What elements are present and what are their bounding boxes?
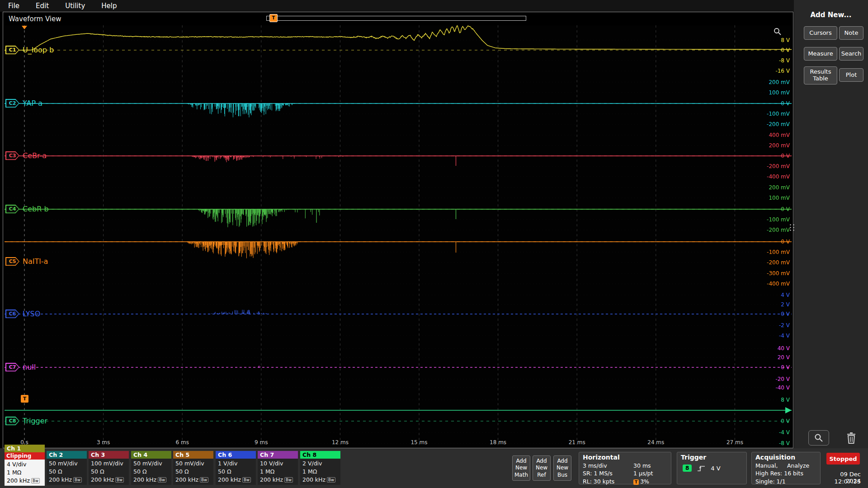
channel-name-c1[interactable]: U_loop b <box>23 46 54 54</box>
svg-text:27 ms: 27 ms <box>726 439 743 446</box>
horizontal-title: Horizontal <box>579 452 671 462</box>
channel-panel-4[interactable]: Ch 450 mV/div50 Ω200 kHzBw <box>131 451 171 485</box>
menu-help[interactable]: Help <box>101 2 117 10</box>
svg-text:8 V: 8 V <box>781 397 790 403</box>
svg-text:-100 mV: -100 mV <box>767 249 790 255</box>
svg-text:200 mV: 200 mV <box>769 142 790 149</box>
svg-text:0 V: 0 V <box>781 100 790 107</box>
add-new-bus-button[interactable]: AddNewBus <box>553 455 571 481</box>
trigger-source-marker[interactable]: T <box>21 395 28 403</box>
trash-icon <box>846 432 857 444</box>
svg-text:18 ms: 18 ms <box>490 439 506 446</box>
add-new-results-table-button[interactable]: Results Table <box>804 66 837 84</box>
svg-text:0 V: 0 V <box>781 206 790 212</box>
svg-text:-100 mV: -100 mV <box>767 111 790 117</box>
channel-panel-8[interactable]: Ch 82 V/div1 MΩ200 kHzBw <box>300 451 340 485</box>
channel-name-c7[interactable]: null <box>23 363 36 371</box>
channel-panel-5[interactable]: Ch 550 mV/div50 Ω200 kHzBw <box>173 451 213 485</box>
channel-name-c5[interactable]: NaITl-a <box>23 257 48 266</box>
horizontal-samplerate: SR: 1 MS/s <box>583 469 633 477</box>
svg-text:4 V: 4 V <box>781 292 790 298</box>
svg-text:24 ms: 24 ms <box>647 439 664 446</box>
svg-text:8 V: 8 V <box>781 37 790 43</box>
channel-name-c8[interactable]: Trigger <box>23 417 47 425</box>
channel-panel-body: 50 mV/div50 Ω200 kHzBw <box>131 459 171 485</box>
svg-text:0 V: 0 V <box>781 47 790 53</box>
channel-vdiv: 1 V/div <box>218 460 256 468</box>
svg-text:-2 V: -2 V <box>779 322 790 328</box>
channel-name-c2[interactable]: YAP a <box>23 99 42 108</box>
channel-badge-c4[interactable]: C4 <box>5 205 19 213</box>
channel-panel-1[interactable]: Ch 1Clipping4 V/div1 MΩ200 kHzBw <box>5 445 45 486</box>
svg-text:3 ms: 3 ms <box>97 439 110 446</box>
channel-panel-body: 2 V/div1 MΩ200 kHzBw <box>300 459 340 485</box>
svg-text:-100 mV: -100 mV <box>767 216 790 223</box>
channel-panel-body: 4 V/div1 MΩ200 kHzBw <box>5 460 45 486</box>
trigger-position-marker[interactable]: T <box>269 14 278 22</box>
channel-panel-6[interactable]: Ch 61 V/div50 Ω200 kHzBw <box>216 451 256 485</box>
run-stop-status[interactable]: Stopped <box>826 453 860 465</box>
channel-badge-c7[interactable]: C7 <box>5 363 19 371</box>
channel-panel-3[interactable]: Ch 3100 mV/div50 Ω200 kHzBw <box>89 451 129 485</box>
waveform-graticule[interactable]: 0 s3 ms6 ms9 ms12 ms15 ms18 ms21 ms24 ms… <box>5 25 792 447</box>
svg-text:-200 mV: -200 mV <box>767 121 790 127</box>
clipping-warning: Clipping <box>5 452 45 460</box>
menu-edit[interactable]: Edit <box>36 2 49 10</box>
delete-button[interactable] <box>843 430 860 446</box>
channel-impedance: 1 MΩ <box>302 468 340 476</box>
acq-analyze: Analyze <box>787 462 809 469</box>
channel-badge-c3[interactable]: C3 <box>5 151 19 160</box>
horizontal-panel[interactable]: Horizontal 3 ms/div30 ms SR: 1 MS/s1 µs/… <box>579 452 671 484</box>
channel-vdiv: 100 mV/div <box>91 460 129 468</box>
add-new-cursors-button[interactable]: Cursors <box>804 26 837 40</box>
bandwidth-limit-icon: Bw <box>200 477 208 483</box>
add-btn-line: Add <box>536 458 547 465</box>
add-new-measure-button[interactable]: Measure <box>804 47 837 61</box>
add-new-plot-button[interactable]: Plot <box>839 68 863 82</box>
bottom-settings-bar: Ch 1Clipping4 V/div1 MΩ200 kHzBwCh 250 m… <box>0 448 868 488</box>
channel-name-c6[interactable]: LYSO <box>23 310 40 318</box>
panel-resize-handle[interactable] <box>790 224 795 231</box>
acquisition-panel[interactable]: Acquisition Manual,Analyze High Res: 16 … <box>751 452 821 484</box>
trigger-panel[interactable]: Trigger 8 4 V <box>677 452 747 484</box>
menu-file[interactable]: File <box>8 2 19 10</box>
add-btn-line: Add <box>557 458 567 465</box>
oscilloscope-screen: FileEditUtilityHelp Waveform View T 0 s3… <box>0 0 868 488</box>
svg-text:-8 V: -8 V <box>779 57 790 64</box>
channel-badge-c2[interactable]: C2 <box>5 99 19 108</box>
channel-panel-7[interactable]: Ch 710 V/div1 MΩ200 kHzBw <box>258 451 298 485</box>
zoom-mode-button[interactable] <box>808 430 829 446</box>
add-new-note-button[interactable]: Note <box>839 26 863 40</box>
channel-badge-c8[interactable]: C8 <box>5 417 19 425</box>
svg-text:15 ms: 15 ms <box>410 439 427 446</box>
trigger-source-badge: 8 <box>683 465 692 472</box>
channel-badge-c6[interactable]: C6 <box>5 310 19 318</box>
horizontal-recordlength: RL: 30 kpts <box>583 478 633 485</box>
add-new-ref-button[interactable]: AddNewRef <box>533 455 551 481</box>
svg-text:-20 V: -20 V <box>775 376 790 382</box>
add-new-math-button[interactable]: AddNewMath <box>512 455 530 481</box>
svg-text:0 V: 0 V <box>781 418 790 424</box>
channel-panel-header: Ch 8 <box>300 451 340 459</box>
add-new-search-button[interactable]: Search <box>839 47 863 61</box>
channel-impedance: 1 MΩ <box>260 468 298 476</box>
svg-text:100 mV: 100 mV <box>769 195 790 201</box>
magnifier-icon <box>814 433 824 443</box>
channel-name-c3[interactable]: CeBr-a <box>23 151 47 160</box>
svg-text:0 V: 0 V <box>781 311 790 317</box>
channel-panel-2[interactable]: Ch 250 mV/div50 Ω200 kHzBw <box>47 451 87 485</box>
channel-name-c4[interactable]: CebR b <box>23 205 49 213</box>
channel-bandwidth: 200 kHzBw <box>302 476 340 484</box>
svg-text:100 mV: 100 mV <box>769 89 790 96</box>
svg-text:-400 mV: -400 mV <box>767 281 790 287</box>
svg-text:9 ms: 9 ms <box>255 439 268 446</box>
channel-badge-c1[interactable]: C1 <box>5 46 19 54</box>
channel-vdiv: 50 mV/div <box>49 460 87 468</box>
bandwidth-limit-icon: Bw <box>242 477 251 483</box>
channel-badge-c5[interactable]: C5 <box>5 257 19 266</box>
channel-panel-body: 50 mV/div50 Ω200 kHzBw <box>47 459 87 485</box>
svg-text:-8 V: -8 V <box>779 440 790 446</box>
record-position-bar[interactable]: T <box>266 16 526 21</box>
menu-utility[interactable]: Utility <box>65 2 85 10</box>
channel-panel-body: 1 V/div50 Ω200 kHzBw <box>216 459 256 485</box>
